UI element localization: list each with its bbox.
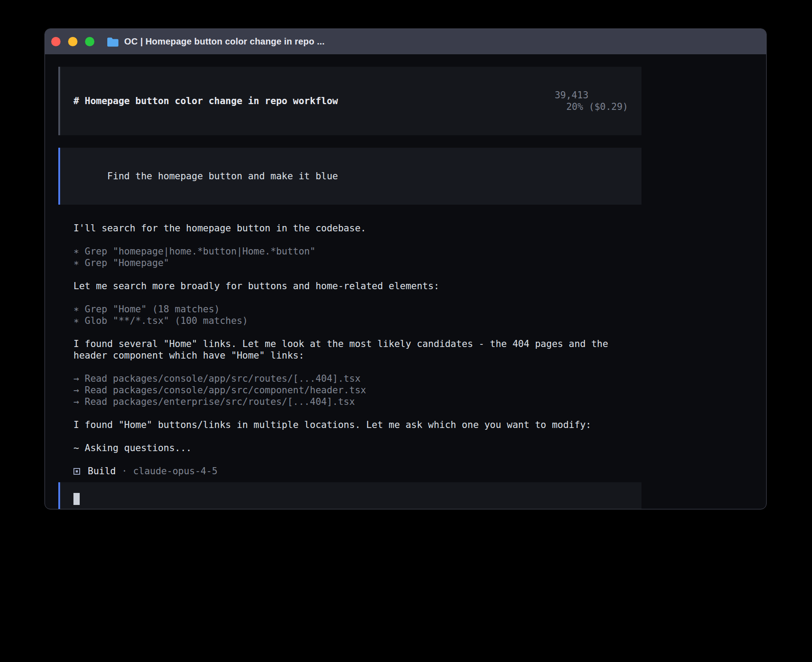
- prompt-input[interactable]: Build Claude Opus 4.5 OpenCode Zen: [58, 482, 641, 509]
- tool-call-glob: ∗ Glob "**/*.tsx" (100 matches): [73, 315, 766, 327]
- agent-name: Build: [88, 465, 116, 477]
- zoom-button[interactable]: [85, 37, 94, 46]
- window-titlebar[interactable]: OC | Homepage button color change in rep…: [45, 29, 766, 54]
- agent-model: claude-opus-4-5: [133, 465, 218, 477]
- session-view: # Homepage button color change in repo w…: [45, 54, 766, 509]
- close-button[interactable]: [51, 37, 61, 46]
- folder-icon: [107, 37, 119, 47]
- tool-call-grep: ∗ Grep "homepage|home.*button|Home.*butt…: [73, 246, 766, 257]
- assistant-text: I found several "Home" links. Let me loo…: [73, 338, 625, 361]
- user-message-text: Find the homepage button and make it blu…: [107, 171, 338, 182]
- desktop: { "window": { "titlebar": { "title": "OC…: [0, 0, 812, 662]
- window-title: OC | Homepage button color change in rep…: [124, 36, 325, 47]
- tool-call-read: → Read packages/enterprise/src/routes/[.…: [73, 396, 766, 408]
- agent-status-row: Build · claude-opus-4-5: [73, 465, 766, 477]
- agent-separator: ·: [122, 465, 127, 477]
- context-usage: 20% ($0.29): [566, 101, 628, 112]
- tool-call-read: → Read packages/console/app/src/routes/[…: [73, 373, 766, 384]
- terminal-window: OC | Homepage button color change in rep…: [45, 28, 767, 509]
- token-count: 39,413: [555, 90, 589, 101]
- session-stats: 39,413 20% ($0.29): [510, 78, 628, 124]
- text-cursor: [73, 493, 80, 505]
- agent-build-icon: [73, 468, 80, 475]
- assistant-transcript: I'll search for the homepage button in t…: [73, 222, 766, 477]
- user-message: Find the homepage button and make it blu…: [58, 148, 641, 205]
- tool-call-grep: ∗ Grep "Homepage": [73, 257, 766, 269]
- assistant-text: I found "Home" buttons/links in multiple…: [73, 419, 766, 431]
- status-asking-questions: ~ Asking questions...: [73, 442, 766, 454]
- assistant-text: I'll search for the homepage button in t…: [73, 222, 766, 234]
- session-title: # Homepage button color change in repo w…: [73, 95, 338, 107]
- assistant-text: Let me search more broadly for buttons a…: [73, 280, 766, 292]
- tool-call-grep: ∗ Grep "Home" (18 matches): [73, 303, 766, 315]
- session-header: # Homepage button color change in repo w…: [58, 67, 641, 135]
- tool-call-read: → Read packages/console/app/src/componen…: [73, 384, 766, 396]
- traffic-lights: [51, 37, 94, 46]
- minimize-button[interactable]: [68, 37, 77, 46]
